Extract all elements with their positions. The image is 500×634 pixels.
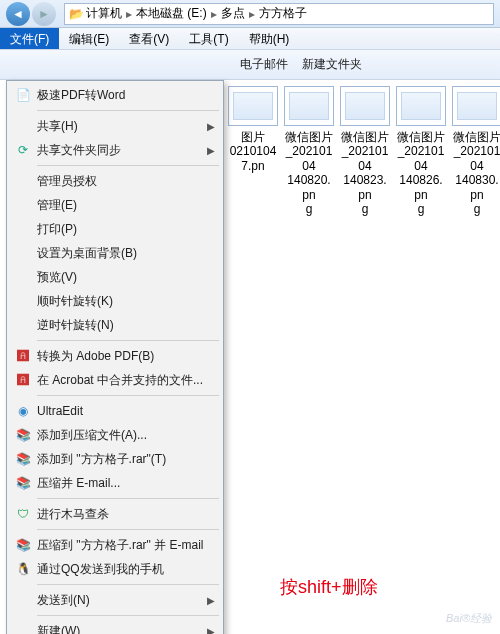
thumbnail xyxy=(340,86,390,126)
chevron-right-icon: ▶ xyxy=(207,595,215,606)
toolbar-newfolder[interactable]: 新建文件夹 xyxy=(302,56,362,73)
menu-addto[interactable]: 📚添加到 "方方格子.rar"(T) xyxy=(9,447,221,471)
file-menu-dropdown: 📄极速PDF转Word 共享(H)▶ ⟳共享文件夹同步▶ 管理员授权 管理(E)… xyxy=(6,80,224,634)
folder-icon: 📂 xyxy=(69,7,84,21)
separator xyxy=(37,584,219,585)
app-icon: ◉ xyxy=(15,404,31,418)
menu-ultraedit[interactable]: ◉UltraEdit xyxy=(9,399,221,423)
file-name: 图片02101047.pn xyxy=(228,130,278,173)
file-name: 微信图片_20210104140820.png xyxy=(284,130,334,216)
watermark: Bai®经验 xyxy=(446,611,492,626)
menu-label: 设置为桌面背景(B) xyxy=(37,245,137,262)
menubar: 文件(F) 编辑(E) 查看(V) 工具(T) 帮助(H) xyxy=(0,28,500,50)
chevron-right-icon: ▶ xyxy=(207,121,215,132)
menu-edit[interactable]: 编辑(E) xyxy=(59,28,119,49)
back-button[interactable]: ◄ xyxy=(6,2,30,26)
file-name: 微信图片_20210104140826.png xyxy=(396,130,446,216)
pdf-icon: 🅰 xyxy=(15,373,31,387)
menu-syncfolder[interactable]: ⟳共享文件夹同步▶ xyxy=(9,138,221,162)
menu-share[interactable]: 共享(H)▶ xyxy=(9,114,221,138)
menu-qqsend[interactable]: 🐧通过QQ发送到我的手机 xyxy=(9,557,221,581)
menu-label: 压缩并 E-mail... xyxy=(37,475,120,492)
crumb-seg[interactable]: 本地磁盘 (E:) xyxy=(136,5,207,22)
menu-acrobat[interactable]: 🅰在 Acrobat 中合并支持的文件... xyxy=(9,368,221,392)
qq-icon: 🐧 xyxy=(15,562,31,576)
menu-sendto[interactable]: 发送到(N)▶ xyxy=(9,588,221,612)
file-item[interactable]: 微信图片_20210104140823.png xyxy=(340,86,390,216)
titlebar: ◄ ► 📂 计算机▸ 本地磁盘 (E:)▸ 多点▸ 方方格子 xyxy=(0,0,500,28)
menu-label: 压缩到 "方方格子.rar" 并 E-mail xyxy=(37,537,204,554)
menu-label: 预览(V) xyxy=(37,269,77,286)
menu-pdf2word[interactable]: 📄极速PDF转Word xyxy=(9,83,221,107)
separator xyxy=(37,615,219,616)
menu-admin[interactable]: 管理员授权 xyxy=(9,169,221,193)
forward-button[interactable]: ► xyxy=(32,2,56,26)
menu-view[interactable]: 查看(V) xyxy=(119,28,179,49)
menu-label: 逆时针旋转(N) xyxy=(37,317,114,334)
menu-file[interactable]: 文件(F) xyxy=(0,28,59,49)
menu-label: 共享文件夹同步 xyxy=(37,142,121,159)
menu-label: 共享(H) xyxy=(37,118,78,135)
separator xyxy=(37,498,219,499)
menu-tools[interactable]: 工具(T) xyxy=(179,28,238,49)
thumbnail xyxy=(452,86,500,126)
menu-print[interactable]: 打印(P) xyxy=(9,217,221,241)
thumbnail xyxy=(396,86,446,126)
file-item[interactable]: 微信图片_20210104140820.png xyxy=(284,86,334,216)
separator xyxy=(37,165,219,166)
crumb-seg[interactable]: 多点 xyxy=(221,5,245,22)
menu-rotate-ccw[interactable]: 逆时针旋转(N) xyxy=(9,313,221,337)
archive-icon: 📚 xyxy=(15,452,31,466)
chevron-right-icon: ▶ xyxy=(207,626,215,635)
breadcrumb[interactable]: 📂 计算机▸ 本地磁盘 (E:)▸ 多点▸ 方方格子 xyxy=(64,3,494,25)
file-item[interactable]: 图片02101047.pn xyxy=(228,86,278,216)
archive-icon: 📚 xyxy=(15,538,31,552)
menu-rotate-cw[interactable]: 顺时针旋转(K) xyxy=(9,289,221,313)
pdf-icon: 📄 xyxy=(15,88,31,102)
menu-new[interactable]: 新建(W)▶ xyxy=(9,619,221,634)
crumb-seg[interactable]: 方方格子 xyxy=(259,5,307,22)
menu-setbg[interactable]: 设置为桌面背景(B) xyxy=(9,241,221,265)
menu-label: 管理员授权 xyxy=(37,173,97,190)
archive-icon: 📚 xyxy=(15,476,31,490)
annotation-text: 按shift+删除 xyxy=(280,575,378,599)
menu-label: 在 Acrobat 中合并支持的文件... xyxy=(37,372,203,389)
separator xyxy=(37,395,219,396)
file-grid: 图片02101047.pn 微信图片_20210104140820.png 微信… xyxy=(228,86,496,216)
menu-label: 发送到(N) xyxy=(37,592,90,609)
menu-trojan[interactable]: 🛡进行木马查杀 xyxy=(9,502,221,526)
menu-label: 新建(W) xyxy=(37,623,80,635)
menu-label: 管理(E) xyxy=(37,197,77,214)
separator xyxy=(37,110,219,111)
menu-label: 通过QQ发送到我的手机 xyxy=(37,561,164,578)
menu-label: UltraEdit xyxy=(37,404,83,418)
file-item[interactable]: 微信图片_20210104140826.png xyxy=(396,86,446,216)
chevron-right-icon: ▸ xyxy=(247,7,257,21)
chevron-right-icon: ▸ xyxy=(209,7,219,21)
menu-addarchive[interactable]: 📚添加到压缩文件(A)... xyxy=(9,423,221,447)
menu-ziptoemail[interactable]: 📚压缩到 "方方格子.rar" 并 E-mail xyxy=(9,533,221,557)
chevron-right-icon: ▸ xyxy=(124,7,134,21)
file-name: 微信图片_20210104140830.png xyxy=(452,130,500,216)
content: 📄极速PDF转Word 共享(H)▶ ⟳共享文件夹同步▶ 管理员授权 管理(E)… xyxy=(0,80,500,634)
separator xyxy=(37,340,219,341)
crumb-seg[interactable]: 计算机 xyxy=(86,5,122,22)
separator xyxy=(37,529,219,530)
pdf-icon: 🅰 xyxy=(15,349,31,363)
file-item[interactable]: 微信图片_20210104140830.png xyxy=(452,86,500,216)
menu-label: 极速PDF转Word xyxy=(37,87,125,104)
sync-icon: ⟳ xyxy=(15,143,31,157)
menu-label: 添加到压缩文件(A)... xyxy=(37,427,147,444)
menu-label: 进行木马查杀 xyxy=(37,506,109,523)
menu-preview[interactable]: 预览(V) xyxy=(9,265,221,289)
toolbar: 电子邮件 新建文件夹 xyxy=(0,50,500,80)
chevron-right-icon: ▶ xyxy=(207,145,215,156)
menu-label: 转换为 Adobe PDF(B) xyxy=(37,348,154,365)
menu-manage[interactable]: 管理(E) xyxy=(9,193,221,217)
menu-adobepdf[interactable]: 🅰转换为 Adobe PDF(B) xyxy=(9,344,221,368)
menu-zipemail[interactable]: 📚压缩并 E-mail... xyxy=(9,471,221,495)
menu-label: 打印(P) xyxy=(37,221,77,238)
thumbnail xyxy=(228,86,278,126)
toolbar-email[interactable]: 电子邮件 xyxy=(240,56,288,73)
menu-help[interactable]: 帮助(H) xyxy=(239,28,300,49)
